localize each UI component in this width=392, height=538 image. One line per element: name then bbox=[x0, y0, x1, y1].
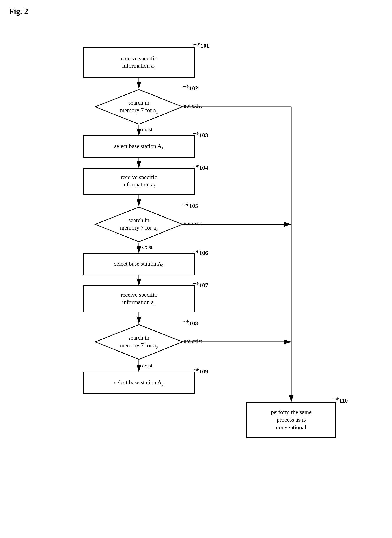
node-103: select base station A1 bbox=[83, 135, 195, 158]
not-exist-label-2: not exist bbox=[184, 221, 202, 227]
ref-105: 105 bbox=[189, 203, 198, 209]
node-108-wrap: search inmemory 7 for a3 bbox=[94, 324, 184, 361]
node-109-label: select base station A3 bbox=[114, 379, 163, 387]
node-110-label: perform the sameprocess as isconventiona… bbox=[271, 408, 312, 431]
ref-101-curve: ↰ bbox=[197, 42, 202, 48]
ref-109: 109 bbox=[199, 368, 208, 375]
ref-104: 104 bbox=[199, 165, 208, 171]
node-102-wrap: search inmemory 7 for a1 bbox=[94, 88, 184, 125]
ref-108-curve: ↰ bbox=[186, 319, 190, 326]
node-107: receive specificinformation a3 bbox=[83, 285, 195, 312]
ref-107: 107 bbox=[199, 282, 208, 289]
ref-103-curve: ↰ bbox=[196, 131, 201, 138]
node-109: select base station A3 bbox=[83, 372, 195, 394]
node-103-label: select base station A1 bbox=[114, 142, 163, 151]
not-exist-label-1: not exist bbox=[184, 103, 202, 109]
fig-label: Fig. 2 bbox=[9, 7, 28, 16]
node-110: perform the sameprocess as isconventiona… bbox=[246, 402, 336, 438]
ref-107-curve: ↰ bbox=[196, 281, 201, 288]
ref-110-curve: ↰ bbox=[336, 396, 341, 403]
node-101-label: receive specificinformation a1 bbox=[121, 55, 157, 70]
exist-label-3: exist bbox=[142, 363, 152, 369]
not-exist-label-3: not exist bbox=[184, 338, 202, 344]
ref-109-curve: ↰ bbox=[196, 367, 201, 374]
node-101: receive specificinformation a1 bbox=[83, 47, 195, 78]
node-105-wrap: search inmemory 7 for a2 bbox=[94, 206, 184, 243]
ref-102-curve: ↰ bbox=[186, 84, 190, 91]
exist-label-1: exist bbox=[142, 126, 152, 133]
ref-101: 101 bbox=[201, 42, 209, 49]
node-104: receive specificinformation a2 bbox=[83, 168, 195, 195]
node-107-label: receive specificinformation a3 bbox=[121, 291, 157, 307]
ref-103: 103 bbox=[199, 132, 208, 139]
ref-110: 110 bbox=[339, 397, 348, 404]
exist-label-2: exist bbox=[142, 244, 152, 250]
ref-105-curve: ↰ bbox=[186, 201, 190, 209]
ref-102: 102 bbox=[189, 85, 198, 92]
ref-104-curve: ↰ bbox=[196, 163, 201, 170]
ref-106: 106 bbox=[199, 250, 208, 256]
ref-108: 108 bbox=[189, 320, 198, 327]
ref-106-curve: ↰ bbox=[196, 249, 201, 255]
node-104-label: receive specificinformation a2 bbox=[121, 173, 157, 189]
node-106-label: select base station A2 bbox=[114, 260, 163, 268]
node-106: select base station A2 bbox=[83, 253, 195, 275]
